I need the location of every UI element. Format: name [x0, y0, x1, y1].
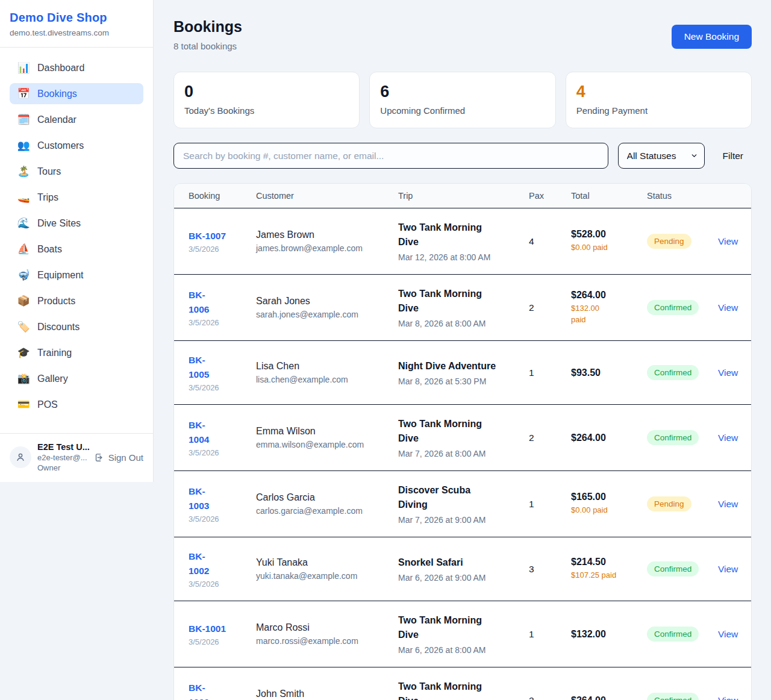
pax-count: 1: [529, 499, 571, 510]
table-row: BK-1004 3/5/2026 Emma Wilson emma.wilson…: [174, 404, 751, 470]
sidebar-item-gallery[interactable]: 📸 Gallery: [10, 368, 143, 389]
customer-name: Lisa Chen: [256, 361, 398, 372]
total-amount: $165.00: [571, 492, 647, 502]
pax-count: 2: [529, 695, 571, 700]
trip-name: Snorkel Safari: [398, 555, 529, 570]
booking-id-link[interactable]: BK-1000: [189, 681, 209, 700]
status-badge: Confirmed: [647, 693, 699, 700]
stat-value: 0: [184, 83, 349, 101]
trip-name: Two Tank MorningDive: [398, 220, 529, 249]
sidebar-item-calendar[interactable]: 🗓️ Calendar: [10, 109, 143, 130]
column-header-booking: Booking: [189, 191, 256, 201]
booking-id-link[interactable]: BK-1004: [189, 418, 209, 447]
page-header: Bookings 8 total bookings New Booking: [173, 18, 752, 51]
search-input[interactable]: [173, 143, 608, 169]
sidebar-item-products[interactable]: 📦 Products: [10, 290, 143, 311]
logout-icon: [94, 452, 104, 463]
stat-label: Pending Payment: [576, 105, 741, 116]
status-badge: Confirmed: [647, 627, 699, 642]
booking-id-link[interactable]: BK-1007: [189, 229, 226, 243]
user-email: e2e-tester@...: [37, 453, 88, 462]
sidebar-item-tours[interactable]: 🏝️ Tours: [10, 161, 143, 182]
total-amount: $264.00: [571, 695, 647, 700]
booking-id-link[interactable]: BK-1001: [189, 622, 226, 636]
view-link[interactable]: View: [718, 499, 738, 509]
people-icon: 👥: [17, 139, 30, 152]
speedboat-icon: 🚤: [17, 191, 30, 204]
view-link[interactable]: View: [718, 302, 738, 313]
bar-chart-icon: 📊: [17, 61, 30, 74]
shop-name: Demo Dive Shop: [10, 11, 143, 25]
user-name: E2E Test U...: [37, 442, 88, 452]
column-header-total: Total: [571, 191, 647, 201]
sidebar-item-label: POS: [37, 399, 58, 410]
sidebar-item-trips[interactable]: 🚤 Trips: [10, 187, 143, 208]
sidebar-item-label: Trips: [37, 192, 58, 203]
booking-date: 3/5/2026: [189, 245, 256, 254]
pax-count: 1: [529, 367, 571, 378]
page-subtitle: 8 total bookings: [173, 41, 242, 51]
sidebar-item-label: Bookings: [37, 89, 77, 99]
user-role: Owner: [37, 463, 88, 472]
sidebar-item-label: Tours: [37, 166, 61, 177]
customer-name: Marco Rossi: [256, 622, 398, 633]
sidebar-item-boats[interactable]: ⛵ Boats: [10, 239, 143, 260]
customer-email: carlos.garcia@example.com: [256, 506, 398, 516]
customer-name: Sarah Jones: [256, 296, 398, 307]
paid-amount: $0.00 paid: [571, 242, 647, 254]
camera-icon: 📸: [17, 372, 30, 385]
sidebar-item-label: Calendar: [37, 114, 76, 125]
sidebar-item-dive-sites[interactable]: 🌊 Dive Sites: [10, 213, 143, 234]
sign-out-label: Sign Out: [108, 452, 143, 463]
stat-card-upcoming-confirmed: 6 Upcoming Confirmed: [369, 72, 555, 128]
view-link[interactable]: View: [718, 433, 738, 443]
package-icon: 📦: [17, 295, 30, 307]
table-row: BK-1005 3/5/2026 Lisa Chen lisa.chen@exa…: [174, 340, 751, 404]
view-link[interactable]: View: [718, 695, 738, 700]
customer-name: Carlos Garcia: [256, 492, 398, 503]
page-title: Bookings: [173, 18, 242, 36]
total-amount: $264.00: [571, 433, 647, 443]
view-link[interactable]: View: [718, 236, 738, 246]
filter-controls: All Statuses Filter: [173, 143, 752, 169]
stat-value: 6: [380, 83, 545, 101]
stat-label: Upcoming Confirmed: [380, 105, 545, 116]
view-link[interactable]: View: [718, 564, 738, 574]
sidebar-item-discounts[interactable]: 🏷️ Discounts: [10, 316, 143, 337]
sidebar-nav: 📊 Dashboard 📅 Bookings 🗓️ Calendar 👥 Cus…: [0, 48, 153, 420]
booking-id-link[interactable]: BK-1005: [189, 353, 209, 382]
booking-id-link[interactable]: BK-1006: [189, 288, 209, 317]
sidebar-item-pos[interactable]: 💳 POS: [10, 394, 143, 415]
booking-id-link[interactable]: BK-1002: [189, 549, 209, 578]
view-link[interactable]: View: [718, 367, 738, 378]
sidebar-item-training[interactable]: 🎓 Training: [10, 342, 143, 363]
trip-datetime: Mar 12, 2026 at 8:00 AM: [398, 252, 529, 262]
diving-mask-icon: 🤿: [17, 269, 30, 281]
brand-block: Demo Dive Shop demo.test.divestreams.com: [0, 0, 153, 48]
total-amount: $264.00: [571, 290, 647, 301]
booking-date: 3/5/2026: [189, 318, 256, 327]
paid-amount: $0.00 paid: [571, 505, 647, 516]
sidebar-item-dashboard[interactable]: 📊 Dashboard: [10, 57, 143, 78]
trip-datetime: Mar 6, 2026 at 9:00 AM: [398, 573, 529, 583]
paid-amount: $132.00paid: [571, 303, 647, 326]
customer-email: james.brown@example.com: [256, 243, 398, 253]
stat-card-todays-bookings: 0 Today's Bookings: [173, 72, 360, 128]
filter-button[interactable]: Filter: [714, 146, 752, 166]
sign-out-button[interactable]: Sign Out: [94, 452, 143, 463]
status-filter-select[interactable]: All Statuses: [618, 143, 705, 169]
view-link[interactable]: View: [718, 629, 738, 639]
status-badge: Confirmed: [647, 561, 699, 577]
new-booking-button[interactable]: New Booking: [672, 25, 752, 49]
trip-name: Two Tank MorningDive: [398, 417, 529, 446]
sidebar-item-bookings[interactable]: 📅 Bookings: [10, 83, 143, 104]
sidebar-item-label: Gallery: [37, 373, 68, 384]
sidebar-item-customers[interactable]: 👥 Customers: [10, 135, 143, 156]
column-header-customer: Customer: [256, 191, 398, 201]
sidebar-item-equipment[interactable]: 🤿 Equipment: [10, 264, 143, 286]
sidebar-item-label: Discounts: [37, 322, 80, 333]
customer-name: John Smith: [256, 689, 398, 699]
calendar-date-icon: 📅: [17, 87, 30, 100]
booking-id-link[interactable]: BK-1003: [189, 484, 209, 513]
booking-date: 3/5/2026: [189, 637, 256, 646]
